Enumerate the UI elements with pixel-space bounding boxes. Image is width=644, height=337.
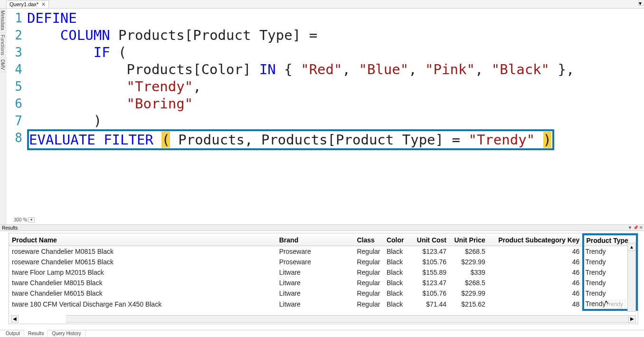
column-header[interactable]: Class xyxy=(354,234,383,246)
table-cell: $155.89 xyxy=(410,267,449,278)
table-row[interactable]: tware Chandelier M8015 BlackLitwareRegul… xyxy=(9,278,637,288)
sidebar-metadata[interactable]: Metadata xyxy=(0,9,6,33)
sidebar-vertical: Metadata Functions DMV xyxy=(0,9,6,224)
table-cell: Regular xyxy=(354,278,383,288)
table-cell: $268.5 xyxy=(449,246,488,257)
dropdown-icon[interactable]: ▼ xyxy=(628,225,632,230)
table-cell: $229.99 xyxy=(449,257,488,267)
scroll-track[interactable] xyxy=(66,315,628,323)
line-number: 8 xyxy=(8,129,27,150)
table-cell: Black xyxy=(384,267,410,278)
document-tab[interactable]: Query1.dax* ✕ xyxy=(6,0,49,8)
table-cell: Regular xyxy=(354,288,383,298)
code-line[interactable]: EVALUATE FILTER ( Products, Products[Pro… xyxy=(27,129,554,150)
table-cell: Litware xyxy=(276,267,354,278)
tab-query-history[interactable]: Query History xyxy=(48,330,85,337)
code-line[interactable]: "Trendy", xyxy=(27,78,201,95)
table-cell: Proseware xyxy=(276,246,354,257)
line-number: 7 xyxy=(8,112,27,129)
column-header[interactable]: Unit Price xyxy=(449,234,488,246)
code-line[interactable]: COLUMN Products[Product Type] = xyxy=(27,27,317,44)
results-panel: Product NameBrandClassColorUnit CostUnit… xyxy=(0,231,644,330)
table-cell: Proseware xyxy=(276,257,354,267)
table-cell: roseware Chandelier M0815 Black xyxy=(9,246,276,257)
table-cell: 46 xyxy=(488,246,584,257)
cursor-icon: ↖ xyxy=(605,299,609,306)
table-cell: Regular xyxy=(354,257,383,267)
results-panel-title: Results ▼ 📌 ✕ xyxy=(0,224,644,231)
table-cell: Regular xyxy=(354,298,383,310)
document-tabbar: Query1.dax* ✕ xyxy=(0,0,644,9)
tab-results[interactable]: Results xyxy=(24,330,48,337)
sidebar-dmv[interactable]: DMV xyxy=(0,58,6,72)
column-header[interactable]: Brand xyxy=(276,234,354,246)
main-area: Metadata Functions DMV 1DEFINE2 COLUMN P… xyxy=(0,9,644,224)
column-header[interactable]: Color xyxy=(384,234,410,246)
bottom-tabbar: Output Results Query History xyxy=(0,330,644,337)
table-row[interactable]: tware 180 CFM Vertical Discharge Fan X45… xyxy=(9,298,637,310)
code-line[interactable]: Products[Color] IN { "Red", "Blue", "Pin… xyxy=(27,61,574,78)
table-cell: $105.76 xyxy=(410,288,449,298)
table-cell: 46 xyxy=(488,267,584,278)
table-cell: $105.76 xyxy=(410,257,449,267)
table-cell: 46 xyxy=(488,278,584,288)
table-cell: Litware xyxy=(276,288,354,298)
code-line[interactable]: "Boring" xyxy=(27,95,193,112)
scroll-right-icon[interactable]: ▶ xyxy=(628,315,636,323)
table-cell: $123.47 xyxy=(410,246,449,257)
table-row[interactable]: tware Chandelier M6015 BlackLitwareRegul… xyxy=(9,288,637,298)
table-cell: 46 xyxy=(488,288,584,298)
table-cell: $215.62 xyxy=(449,298,488,310)
results-label: Results xyxy=(2,225,18,231)
column-header[interactable]: Product Subcategory Key xyxy=(488,234,584,246)
table-cell: $123.47 xyxy=(410,278,449,288)
table-cell: Regular xyxy=(354,246,383,257)
table-cell: Black xyxy=(384,298,410,310)
pin-icon[interactable]: 📌 xyxy=(633,225,638,230)
table-cell: 46 xyxy=(488,257,584,267)
results-grid[interactable]: Product NameBrandClassColorUnit CostUnit… xyxy=(9,233,638,311)
line-number: 6 xyxy=(8,95,27,112)
table-cell: $268.5 xyxy=(449,278,488,288)
scroll-up-icon[interactable]: ▲ xyxy=(628,243,635,251)
table-cell: $71.44 xyxy=(410,298,449,310)
tab-output[interactable]: Output xyxy=(2,330,24,337)
horizontal-scrollbar[interactable]: ◀ ▶ xyxy=(11,315,636,323)
column-header[interactable]: Product Name xyxy=(9,234,276,246)
vertical-scrollbar[interactable]: ▲ xyxy=(627,243,636,312)
table-cell: Black xyxy=(384,246,410,257)
table-cell: roseware Chandelier M0615 Black xyxy=(9,257,276,267)
zoom-control[interactable]: 300 % ▼ xyxy=(14,217,35,222)
close-icon[interactable]: ✕ xyxy=(41,1,46,8)
table-cell: Litware xyxy=(276,278,354,288)
table-cell: Black xyxy=(384,288,410,298)
table-row[interactable]: tware Floor Lamp M2015 BlackLitwareRegul… xyxy=(9,267,637,278)
line-number: 1 xyxy=(8,10,27,27)
sidebar-functions[interactable]: Functions xyxy=(0,33,6,58)
table-cell: Regular xyxy=(354,267,383,278)
dropdown-icon[interactable]: ▾ xyxy=(638,0,644,6)
zoom-value: 300 % xyxy=(14,217,27,222)
close-icon[interactable]: ✕ xyxy=(639,225,643,230)
table-cell: tware Chandelier M6015 Black xyxy=(9,288,276,298)
table-cell: Black xyxy=(384,257,410,267)
table-cell: Black xyxy=(384,278,410,288)
code-editor[interactable]: 1DEFINE2 COLUMN Products[Product Type] =… xyxy=(6,9,644,224)
line-number: 5 xyxy=(8,78,27,95)
table-cell: Litware xyxy=(276,298,354,310)
code-line[interactable]: IF ( xyxy=(27,44,127,61)
table-cell: tware Floor Lamp M2015 Black xyxy=(9,267,276,278)
results-grid-wrapper: Product NameBrandClassColorUnit CostUnit… xyxy=(9,233,638,324)
line-number: 4 xyxy=(8,61,27,78)
line-number: 2 xyxy=(8,27,27,44)
table-row[interactable]: roseware Chandelier M0615 BlackProseware… xyxy=(9,257,637,267)
chevron-down-icon[interactable]: ▼ xyxy=(28,217,35,222)
table-row[interactable]: roseware Chandelier M0815 BlackProseware… xyxy=(9,246,637,257)
table-cell: 48 xyxy=(488,298,584,310)
code-line[interactable]: DEFINE xyxy=(27,10,77,27)
line-number: 3 xyxy=(8,44,27,61)
document-tab-title: Query1.dax* xyxy=(9,1,38,7)
scroll-left-icon[interactable]: ◀ xyxy=(11,315,19,323)
column-header[interactable]: Unit Cost xyxy=(410,234,449,246)
code-line[interactable]: ) xyxy=(27,112,102,129)
